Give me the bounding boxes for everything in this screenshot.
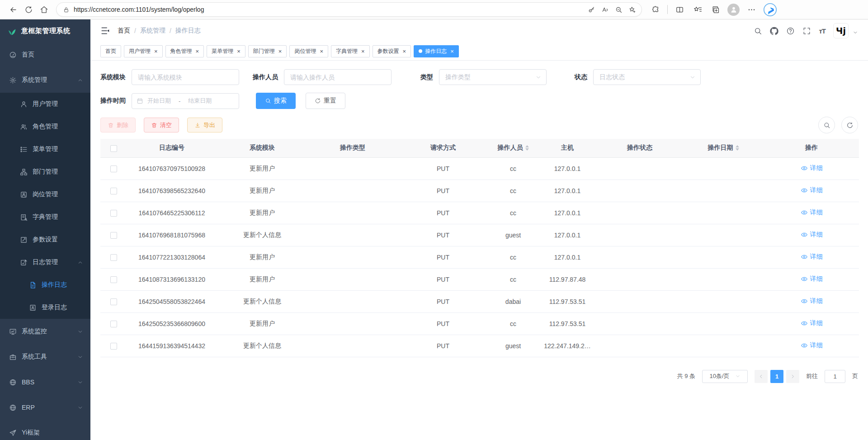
tab-close-icon[interactable]: × <box>361 48 365 54</box>
detail-link[interactable]: 详细 <box>801 297 823 305</box>
split-screen-icon[interactable] <box>673 2 686 17</box>
detail-link[interactable]: 详细 <box>801 319 823 327</box>
tab-close-icon[interactable]: × <box>237 48 241 54</box>
prev-page-button[interactable] <box>755 370 768 383</box>
password-key-icon[interactable] <box>585 3 598 16</box>
detail-link[interactable]: 详细 <box>801 231 823 239</box>
sidebar-item-param-settings[interactable]: 参数设置 <box>0 228 90 251</box>
favorites-icon[interactable] <box>691 2 704 17</box>
browser-home-button[interactable] <box>36 2 52 17</box>
detail-link[interactable]: 详细 <box>801 275 823 283</box>
sidebar-item-menu-management[interactable]: 菜单管理 <box>0 138 90 161</box>
sort-icons[interactable] <box>736 145 739 151</box>
detail-link[interactable]: 详细 <box>801 253 823 261</box>
row-checkbox[interactable] <box>110 276 117 283</box>
browser-refresh-button[interactable] <box>21 2 36 17</box>
sidebar-item-dict-management[interactable]: 字典管理 <box>0 206 90 228</box>
sidebar-fold-icon[interactable] <box>100 26 110 36</box>
user-avatar[interactable]: Чj <box>833 23 849 38</box>
extensions-icon[interactable] <box>649 2 662 17</box>
reset-button[interactable]: 重置 <box>306 93 345 109</box>
tab-close-icon[interactable]: × <box>320 48 323 54</box>
next-page-button[interactable] <box>786 370 799 383</box>
row-checkbox[interactable] <box>110 232 117 239</box>
sidebar-item-post-management[interactable]: 岗位管理 <box>0 183 90 206</box>
tab-role-management[interactable]: 角色管理× <box>165 45 204 57</box>
row-checkbox[interactable] <box>110 210 117 217</box>
delete-button[interactable]: 删除 <box>100 118 136 132</box>
detail-link[interactable]: 详细 <box>801 341 823 350</box>
sidebar-item-login-log[interactable]: 登录日志 <box>0 296 90 319</box>
sidebar-item-system-monitor[interactable]: 系统监控 <box>0 319 90 344</box>
export-button[interactable]: 导出 <box>187 118 222 132</box>
fullscreen-icon[interactable] <box>802 27 811 35</box>
row-checkbox[interactable] <box>110 298 117 305</box>
sidebar-item-role-management[interactable]: 角色管理 <box>0 115 90 138</box>
collections-icon[interactable] <box>709 2 722 17</box>
sidebar-item-user-management[interactable]: 用户管理 <box>0 93 90 115</box>
tab-user-management[interactable]: 用户管理× <box>124 45 163 57</box>
sidebar-item-yi-framework[interactable]: Yi框架 <box>0 420 90 440</box>
browser-profile-avatar[interactable] <box>727 4 740 16</box>
browser-back-button[interactable] <box>5 2 21 17</box>
font-size-icon[interactable]: тT <box>819 27 826 35</box>
type-select[interactable]: 操作类型 <box>439 69 547 85</box>
row-checkbox[interactable] <box>110 254 117 261</box>
header-search-icon[interactable] <box>754 27 762 35</box>
table-search-toggle-button[interactable] <box>818 117 835 133</box>
sidebar-item-home[interactable]: 首页 <box>0 42 90 67</box>
sidebar-item-dept-management[interactable]: 部门管理 <box>0 161 90 183</box>
detail-link[interactable]: 详细 <box>801 164 823 172</box>
bing-chat-icon[interactable] <box>763 3 777 17</box>
sidebar-item-system-management[interactable]: 系统管理 <box>0 67 90 93</box>
operator-filter-input[interactable] <box>284 69 392 85</box>
module-filter-input[interactable] <box>132 69 239 85</box>
app-logo[interactable]: 意框架管理系统 <box>0 19 90 42</box>
tab-dept-management[interactable]: 部门管理× <box>248 45 287 57</box>
search-button[interactable]: 搜索 <box>256 93 296 109</box>
detail-link[interactable]: 详细 <box>801 208 823 217</box>
goto-page-input[interactable] <box>825 370 845 383</box>
tab-close-icon[interactable]: × <box>450 48 454 54</box>
breadcrumb-item[interactable]: 系统管理 <box>140 27 165 35</box>
row-checkbox[interactable] <box>110 188 117 194</box>
browser-settings-icon[interactable] <box>745 2 758 17</box>
add-favorite-icon[interactable] <box>625 3 639 16</box>
sidebar-item-operation-log[interactable]: 操作日志 <box>0 274 90 296</box>
detail-link[interactable]: 详细 <box>801 186 823 194</box>
sidebar-item-erp[interactable]: ERP <box>0 395 90 420</box>
tab-menu-management[interactable]: 菜单管理× <box>207 45 245 57</box>
read-aloud-icon[interactable] <box>598 3 612 16</box>
tab-operation-log[interactable]: 操作日志× <box>414 45 459 57</box>
sidebar-item-system-tools[interactable]: 系统工具 <box>0 344 90 369</box>
row-checkbox[interactable] <box>110 343 117 350</box>
row-checkbox[interactable] <box>110 166 117 172</box>
avatar-caret-icon[interactable] <box>853 30 858 35</box>
address-bar[interactable]: https://ccnetcore.com:1101/system/log/op… <box>56 2 642 17</box>
zoom-out-icon[interactable] <box>612 3 625 16</box>
current-page-button[interactable]: 1 <box>770 370 783 383</box>
cell-date <box>683 335 764 357</box>
tab-home[interactable]: 首页 <box>100 45 121 57</box>
tab-close-icon[interactable]: × <box>154 48 158 54</box>
sidebar-item-log-management[interactable]: 日志管理 <box>0 251 90 274</box>
tab-post-management[interactable]: 岗位管理× <box>289 45 328 57</box>
select-all-checkbox[interactable] <box>110 145 117 152</box>
date-range-input[interactable]: 开始日期 - 结束日期 <box>132 93 239 109</box>
github-icon[interactable] <box>770 27 778 35</box>
sidebar-item-bbs[interactable]: BBS <box>0 369 90 395</box>
help-icon[interactable] <box>786 27 795 35</box>
url-text[interactable]: https://ccnetcore.com:1101/system/log/op… <box>74 6 585 13</box>
table-refresh-button[interactable] <box>841 117 858 133</box>
tab-close-icon[interactable]: × <box>196 48 199 54</box>
tab-close-icon[interactable]: × <box>403 48 406 54</box>
row-checkbox[interactable] <box>110 321 117 327</box>
tab-dict-management[interactable]: 字典管理× <box>331 45 370 57</box>
sort-icons[interactable] <box>525 145 529 151</box>
breadcrumb-item[interactable]: 首页 <box>118 27 130 35</box>
page-size-select[interactable]: 10条/页 <box>702 370 748 383</box>
tab-param-settings[interactable]: 参数设置× <box>373 45 411 57</box>
clear-button[interactable]: 清空 <box>144 118 179 132</box>
tab-close-icon[interactable]: × <box>278 48 282 54</box>
status-select[interactable]: 日志状态 <box>593 69 701 85</box>
